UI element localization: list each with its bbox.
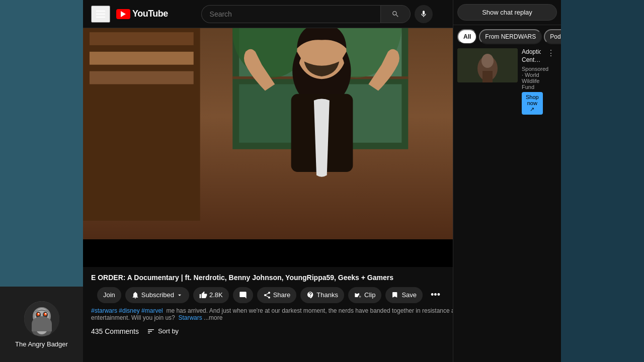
svg-rect-4 — [90, 32, 194, 45]
right-outer-panel — [561, 0, 644, 362]
header-left: YouTube — [91, 6, 168, 23]
channel-avatar[interactable] — [24, 301, 59, 336]
rec-info: Adoption Center Is Now Open Sponsored · … — [522, 48, 541, 115]
right-content-panel: Show chat replay All From NERDWARS Podca… — [453, 0, 561, 362]
filter-tab-podcasts[interactable]: Podcasts — [544, 29, 561, 44]
comment-icon — [239, 291, 247, 299]
clip-button[interactable]: Clip — [348, 287, 381, 303]
svg-point-41 — [41, 316, 43, 318]
thanks-icon — [306, 291, 314, 299]
sort-by-button[interactable]: Sort by — [147, 327, 179, 335]
comment-button[interactable] — [233, 287, 253, 303]
channel-avatar-image — [24, 301, 59, 336]
yt-logo-text: YouTube — [132, 9, 168, 19]
svg-point-39 — [45, 313, 46, 314]
rec-thumb-image — [457, 48, 518, 82]
youtube-logo[interactable]: YouTube — [116, 9, 168, 19]
rec-more-button[interactable]: ⋮ — [545, 48, 557, 58]
clip-icon — [354, 291, 362, 299]
bell-small-icon — [131, 291, 139, 299]
svg-point-38 — [38, 313, 39, 314]
rec-title: Adoption Center Is Now Open — [522, 48, 541, 64]
share-button[interactable]: Share — [257, 287, 297, 303]
filter-tab-all[interactable]: All — [457, 29, 477, 44]
rec-thumb-content — [457, 48, 518, 82]
menu-button[interactable] — [91, 6, 110, 23]
svg-rect-6 — [90, 71, 194, 84]
video-tags: #starwars #disney #marvel — [91, 307, 163, 314]
svg-point-40 — [39, 316, 44, 319]
svg-rect-30 — [482, 71, 493, 82]
comments-count: 435 Comments — [91, 327, 139, 335]
thumbs-up-icon — [199, 291, 207, 299]
channel-name: The Angry Badger — [15, 340, 68, 348]
save-icon — [391, 291, 399, 299]
svg-point-31 — [24, 301, 59, 336]
chevron-down-icon — [176, 292, 183, 299]
svg-point-29 — [481, 54, 494, 68]
svg-rect-5 — [90, 52, 194, 65]
show-chat-replay-button[interactable]: Show chat replay — [457, 4, 557, 21]
mic-button[interactable] — [415, 5, 433, 23]
starwars-link[interactable]: Starwars — [178, 314, 202, 321]
channel-info-overlay: The Angry Badger — [0, 287, 83, 362]
search-button[interactable] — [380, 5, 411, 23]
svg-point-43 — [36, 320, 48, 334]
mic-icon — [420, 10, 428, 18]
like-button[interactable]: 2.8K — [193, 287, 229, 303]
search-input[interactable] — [201, 5, 380, 23]
save-button[interactable]: Save — [385, 287, 423, 303]
chat-header: Show chat replay — [453, 0, 561, 25]
sort-icon — [147, 327, 155, 335]
search-area — [201, 5, 433, 23]
filter-tabs: All From NERDWARS Podcasts Related › — [453, 25, 561, 44]
yt-logo-icon — [116, 9, 130, 19]
subscribed-button[interactable]: Subscribed — [125, 287, 189, 303]
rec-thumbnail — [457, 48, 518, 82]
shop-now-button[interactable]: Shop now ↗ — [522, 92, 543, 115]
join-button[interactable]: Join — [97, 287, 121, 303]
avatar-svg — [24, 301, 59, 336]
more-button[interactable]: ••• — [427, 288, 444, 302]
show-more[interactable]: ...more — [204, 314, 222, 321]
filter-tab-nerdwars[interactable]: From NERDWARS — [479, 29, 542, 44]
search-icon — [391, 10, 399, 18]
thanks-button[interactable]: Thanks — [300, 287, 344, 303]
share-icon — [263, 291, 271, 299]
recommended-card[interactable]: Adoption Center Is Now Open Sponsored · … — [453, 44, 561, 119]
rec-sponsored: Sponsored · World Wildlife Fund — [522, 66, 541, 90]
